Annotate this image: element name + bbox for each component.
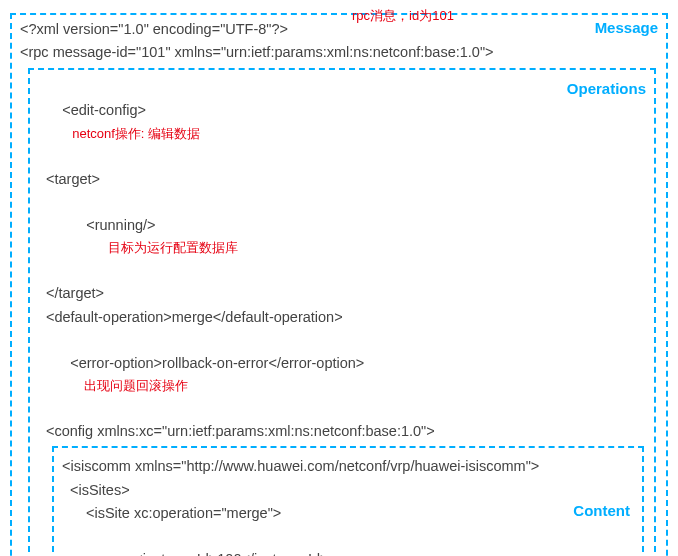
message-box: rpc消息，id为101 Message <?xml version="1.0"…: [10, 13, 668, 556]
running-text: <running/>: [86, 217, 155, 233]
xml-declaration: <?xml version="1.0" encoding="UTF-8"?>: [20, 18, 658, 40]
xml-config-open: <config xmlns:xc="urn:ietf:params:xml:ns…: [38, 420, 646, 442]
xml-running: <running/> 目标为运行配置数据库: [38, 191, 646, 281]
xml-target-open: <target>: [38, 168, 646, 190]
annotation-error: 出现问题回滚操作: [84, 378, 188, 393]
xml-issites-open: <isSites>: [62, 479, 634, 501]
annotation-netconf: netconf操作: 编辑数据: [72, 126, 200, 141]
edit-config-text: <edit-config>: [62, 102, 146, 118]
xml-default-op: <default-operation>merge</default-operat…: [38, 306, 646, 328]
xml-isiscomm-open: <isiscomm xmlns="http://www.huawei.com/n…: [62, 455, 634, 477]
xml-target-close: </target>: [38, 282, 646, 304]
content-box: Content <isiscomm xmlns="http://www.huaw…: [52, 446, 644, 556]
xml-error-option: <error-option>rollback-on-error</error-o…: [38, 329, 646, 419]
xml-issite-open: <isSite xc:operation="merge">: [62, 502, 634, 524]
annotation-target: 目标为运行配置数据库: [108, 240, 238, 255]
xml-rpc-open: <rpc message-id="101" xmlns="urn:ietf:pa…: [20, 41, 658, 63]
error-option-text: <error-option>rollback-on-error</error-o…: [70, 355, 364, 371]
xml-edit-config-open: <edit-config> netconf操作: 编辑数据: [38, 77, 646, 167]
xml-instanceid: <instanceId>100</instanceId> 需要修改的参数和val…: [62, 526, 634, 556]
instanceid-text: <instanceId>100</instanceId>: [134, 551, 328, 556]
operations-box: Operations <edit-config> netconf操作: 编辑数据…: [28, 68, 656, 556]
